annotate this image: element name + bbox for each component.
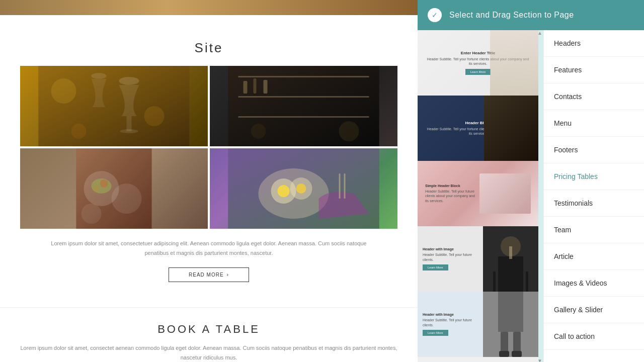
svg-point-6	[51, 78, 76, 104]
thumbnail-1[interactable]: Enter Header Title Header Subtitle. Tell…	[418, 30, 538, 96]
svg-rect-37	[498, 256, 523, 292]
nav-item-images-videos[interactable]: Images & Videos	[544, 270, 644, 297]
nav-item-features[interactable]: Features	[544, 57, 644, 83]
svg-rect-45	[513, 332, 521, 352]
svg-rect-41	[526, 272, 528, 292]
svg-rect-15	[254, 78, 257, 94]
svg-point-18	[251, 124, 266, 139]
svg-point-33	[296, 184, 306, 194]
book-paragraph: Lorem ipsum dolor sit amet, consectet ae…	[20, 343, 397, 362]
svg-point-26	[94, 186, 100, 192]
check-icon: ✓	[428, 8, 442, 22]
svg-rect-43	[498, 292, 523, 332]
svg-rect-3	[127, 116, 132, 131]
thumbnail-4[interactable]: Header with Image Header Subtitle. Tell …	[418, 226, 538, 292]
svg-point-8	[71, 124, 87, 139]
thumb-3-title: Simple Header Block	[425, 184, 477, 188]
thumb-5-subtitle: Header Subtitle. Tell your future client…	[423, 318, 478, 327]
svg-point-5	[92, 73, 107, 79]
svg-rect-46	[499, 351, 509, 357]
svg-rect-39	[509, 246, 512, 259]
scroll-up-arrow[interactable]: ▲	[537, 30, 542, 36]
svg-point-23	[82, 204, 102, 224]
photo-interior	[210, 66, 397, 146]
book-title: BOOK A TABLE	[20, 323, 397, 336]
panel-header-title: Select and Drag Section to Page	[449, 11, 574, 20]
svg-rect-16	[264, 80, 268, 94]
svg-point-2	[119, 77, 139, 85]
site-section: Site	[0, 15, 418, 307]
photo-wine	[20, 66, 208, 146]
nav-item-article[interactable]: Article	[544, 243, 644, 270]
svg-rect-44	[501, 332, 508, 352]
nav-item-contacts[interactable]: Contacts	[544, 83, 644, 110]
photo-food-2	[210, 148, 397, 229]
thumbnails-area[interactable]: Enter Header Title Header Subtitle. Tell…	[418, 30, 538, 362]
hero-image-top	[0, 0, 418, 15]
thumb-4-button[interactable]: Learn More	[423, 264, 448, 270]
svg-point-7	[144, 106, 165, 126]
photo-food-1	[20, 148, 208, 229]
svg-rect-40	[493, 272, 496, 292]
scroll-down-arrow[interactable]: ▼	[537, 359, 542, 362]
nav-item-team[interactable]: Team	[544, 217, 644, 243]
svg-rect-13	[238, 116, 369, 118]
nav-item-headers[interactable]: Headers	[544, 30, 644, 57]
nav-item-pricing[interactable]: Pricing Tables	[544, 163, 644, 190]
thumb-4-title: Header with Image	[423, 247, 478, 251]
nav-item-gallery[interactable]: Gallery & Slider	[544, 297, 644, 323]
thumbnail-2[interactable]: Header Block Header Subtitle. Tell your …	[418, 96, 538, 161]
panel-header: ✓ Select and Drag Section to Page	[418, 0, 644, 30]
nav-item-menu[interactable]: Menu	[544, 110, 644, 137]
read-more-button[interactable]: READ MORE ›	[169, 267, 249, 282]
thumb-1-button[interactable]: Learn More	[465, 69, 491, 75]
svg-rect-35	[344, 173, 346, 199]
thumb-5-button[interactable]: Learn More	[423, 330, 448, 336]
svg-rect-14	[244, 81, 248, 94]
thumb-4-subtitle: Header Subtitle. Tell your future client…	[423, 252, 478, 261]
svg-rect-47	[512, 351, 522, 357]
svg-rect-1	[39, 66, 190, 146]
svg-point-25	[100, 179, 108, 188]
main-content: Site	[0, 0, 418, 362]
thumb-3-subtitle: Header Subtitle. Tell your future client…	[425, 189, 477, 203]
svg-point-17	[339, 121, 359, 141]
lorem-paragraph: Lorem ipsum dolor sit amet, consectetuer…	[20, 239, 397, 257]
thumbnail-5[interactable]: Header with Image Header Subtitle. Tell …	[418, 292, 538, 357]
thumbnail-3[interactable]: Simple Header Block Header Subtitle. Tel…	[418, 161, 538, 226]
photo-grid	[20, 66, 397, 229]
svg-point-4	[120, 129, 138, 133]
svg-rect-11	[238, 76, 369, 77]
sidebar-nav: Headers Features Contacts Menu Footers P…	[543, 30, 644, 362]
svg-point-31	[278, 185, 290, 197]
thumb-5-title: Header with Image	[423, 313, 478, 316]
book-section: BOOK A TABLE Lorem ipsum dolor sit amet,…	[0, 307, 418, 362]
nav-item-footers[interactable]: Footers	[544, 137, 644, 163]
svg-rect-34	[339, 173, 341, 199]
nav-item-testimonials[interactable]: Testimonials	[544, 190, 644, 217]
site-title: Site	[20, 25, 397, 66]
nav-item-cta[interactable]: Call to action	[544, 323, 644, 350]
arrow-right-icon: ›	[227, 272, 229, 278]
svg-rect-12	[238, 96, 369, 98]
svg-point-22	[112, 184, 142, 214]
